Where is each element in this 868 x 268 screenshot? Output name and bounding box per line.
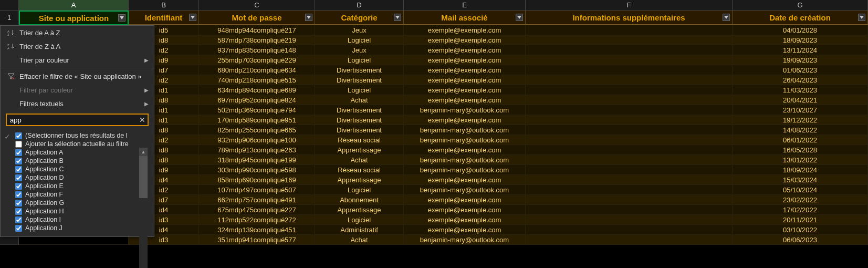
cell-date[interactable]: 26/04/2023 [733,75,868,85]
cell-motdepasse[interactable]: 303mdp990compliqué598 [199,165,315,175]
sort-color[interactable]: Trier par couleur ▶ [1,53,154,67]
col-letter-E[interactable]: E [404,0,526,10]
col-letter-C[interactable]: C [199,0,315,10]
cell-date[interactable]: 13/11/2024 [733,45,868,55]
header-identifiant[interactable]: Identifiant [129,11,199,25]
header-date[interactable]: Date de création [733,11,868,25]
cell-mail[interactable]: exemple@exemple.com [404,225,526,235]
cell-categorie[interactable]: Apprentissage [315,145,404,155]
check-add-current[interactable]: Ajouter la sélection actuelle au filtre [15,140,154,148]
cell-date[interactable]: 03/10/2022 [733,225,868,235]
cell-motdepasse[interactable]: 634mdp894compliqué689 [199,85,315,95]
cell-categorie[interactable]: Achat [315,155,404,165]
cell-info[interactable] [526,35,733,45]
cell-motdepasse[interactable]: 932mdp906compliqué100 [199,135,315,145]
clear-search-icon[interactable]: ✕ [139,116,145,124]
cell-mail[interactable]: exemple@exemple.com [404,25,526,35]
cell-motdepasse[interactable]: 351mdp941compliqué577 [199,235,315,245]
col-letter-D[interactable]: D [315,0,404,10]
cell-info[interactable] [526,25,733,35]
cell-info[interactable] [526,105,733,115]
sort-za[interactable]: ZA Trier de Z à A [1,39,154,53]
check-select-all[interactable]: (Sélectionner tous les résultats de l [15,131,154,140]
cell-info[interactable] [526,45,733,55]
check-item[interactable]: Application I [15,215,154,224]
cell-date[interactable]: 05/10/2024 [733,185,868,195]
checkbox-item[interactable] [15,225,22,232]
cell-date[interactable]: 14/08/2022 [733,125,868,135]
col-letter-B[interactable]: B [129,0,199,10]
filter-button-info[interactable] [723,14,730,21]
cell-motdepasse[interactable]: 937mdp835compliqué148 [199,45,315,55]
checkbox-add-current[interactable] [15,141,22,148]
cell-categorie[interactable]: Logiciel [315,185,404,195]
cell-mail[interactable]: exemple@exemple.com [404,45,526,55]
cell-categorie[interactable]: Abonnement [315,195,404,205]
check-item[interactable]: Application F [15,190,154,199]
scroll-thumb[interactable] [139,156,148,198]
cell-motdepasse[interactable]: 680mdp210compliqué634 [199,65,315,75]
cell-mail[interactable]: exemple@exemple.com [404,145,526,155]
cell-categorie[interactable]: Divertissement [315,105,404,115]
check-item[interactable]: Application A [15,148,154,157]
check-item[interactable]: Application E [15,182,154,190]
cell-date[interactable]: 04/01/2028 [733,25,868,35]
cell-categorie[interactable]: Réseau social [315,135,404,145]
cell-categorie[interactable]: Divertissement [315,115,404,125]
cell-motdepasse[interactable]: 255mdp703compliqué229 [199,55,315,65]
sort-az[interactable]: AZ Trier de A à Z [1,26,154,39]
cell-mail[interactable]: exemple@exemple.com [404,85,526,95]
search-input[interactable] [6,114,149,126]
cell-categorie[interactable]: Achat [315,95,404,105]
cell-info[interactable] [526,95,733,105]
filter-button-motdepasse[interactable] [305,14,312,21]
cell-categorie[interactable]: Divertissement [315,125,404,135]
cell-date[interactable]: 18/09/2023 [733,35,868,45]
cell-info[interactable] [526,55,733,65]
col-letter-A[interactable]: A [19,0,129,10]
clear-filter[interactable]: Effacer le filtre de « Site ou applicati… [1,69,154,83]
cell-info[interactable] [526,235,733,245]
cell-categorie[interactable]: Logiciel [315,55,404,65]
cell-motdepasse[interactable]: 112mdp522compliqué272 [199,215,315,225]
cell-motdepasse[interactable]: 740mdp218compliqué515 [199,75,315,85]
check-item[interactable]: Application C [15,165,154,173]
cell-mail[interactable]: exemple@exemple.com [404,65,526,75]
checklist-scrollbar[interactable]: ▲ ▼ [139,148,148,268]
cell-motdepasse[interactable]: 170mdp589compliqué951 [199,115,315,125]
col-letter-F[interactable]: F [526,0,733,10]
cell-date[interactable]: 06/01/2022 [733,135,868,145]
cell-motdepasse[interactable]: 502mdp369compliqué794 [199,105,315,115]
cell-categorie[interactable]: Logiciel [315,85,404,95]
cell-categorie[interactable]: Administratif [315,225,404,235]
checkbox-item[interactable] [15,149,22,156]
scroll-up-icon[interactable]: ▲ [139,148,148,156]
cell-date[interactable]: 15/03/2024 [733,175,868,185]
checkbox-item[interactable] [15,166,22,173]
cell-mail[interactable]: benjamin-mary@outlook.com [404,105,526,115]
cell-info[interactable] [526,185,733,195]
cell-date[interactable]: 16/05/2028 [733,145,868,155]
cell-date[interactable]: 20/11/2021 [733,215,868,225]
cell-categorie[interactable]: Divertissement [315,65,404,75]
cell-info[interactable] [526,165,733,175]
cell-date[interactable]: 01/06/2023 [733,65,868,75]
cell-motdepasse[interactable]: 587mdp738compliqué219 [199,35,315,45]
cell-mail[interactable]: exemple@exemple.com [404,115,526,125]
cell-mail[interactable]: exemple@exemple.com [404,35,526,45]
cell-mail[interactable]: benjamin-mary@outlook.com [404,135,526,145]
cell-info[interactable] [526,85,733,95]
check-item[interactable]: Application G [15,199,154,207]
checkbox-item[interactable] [15,158,22,164]
cell-motdepasse[interactable]: 858mdp690compliqué169 [199,175,315,185]
cell-date[interactable]: 20/04/2021 [733,95,868,105]
cell-categorie[interactable]: Logiciel [315,35,404,45]
cell-motdepasse[interactable]: 697mdp952compliqué824 [199,95,315,105]
filter-button-site[interactable] [118,14,126,22]
cell-categorie[interactable]: Jeux [315,45,404,55]
checkbox-item[interactable] [15,200,22,207]
cell-date[interactable]: 19/09/2023 [733,55,868,65]
cell-info[interactable] [526,135,733,145]
checkbox-item[interactable] [15,191,22,198]
cell-categorie[interactable]: Divertissement [315,75,404,85]
